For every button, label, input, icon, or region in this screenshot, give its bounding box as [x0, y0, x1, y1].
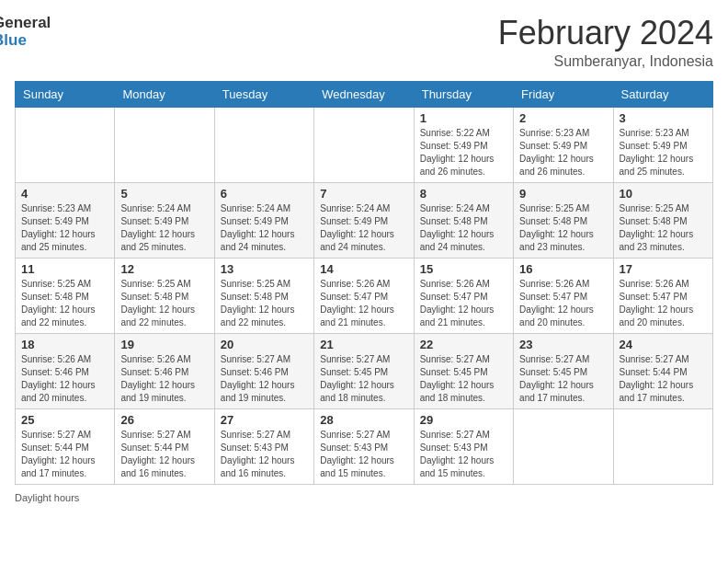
calendar-cell: 2Sunrise: 5:23 AM Sunset: 5:49 PM Daylig… [514, 107, 613, 182]
day-info: Sunrise: 5:25 AM Sunset: 5:48 PM Dayligh… [221, 278, 308, 329]
day-info: Sunrise: 5:24 AM Sunset: 5:49 PM Dayligh… [221, 202, 308, 254]
day-info: Sunrise: 5:25 AM Sunset: 5:48 PM Dayligh… [519, 202, 607, 254]
calendar-cell: 7Sunrise: 5:24 AM Sunset: 5:49 PM Daylig… [314, 182, 414, 258]
footer-note: Daylight hours [15, 492, 713, 503]
day-info: Sunrise: 5:26 AM Sunset: 5:46 PM Dayligh… [120, 353, 208, 405]
calendar-cell [16, 107, 115, 182]
week-row-3: 11Sunrise: 5:25 AM Sunset: 5:48 PM Dayli… [16, 258, 713, 333]
day-number: 19 [120, 338, 208, 351]
calendar-cell: 1Sunrise: 5:22 AM Sunset: 5:49 PM Daylig… [414, 107, 513, 182]
day-info: Sunrise: 5:27 AM Sunset: 5:45 PM Dayligh… [320, 353, 407, 405]
day-info: Sunrise: 5:27 AM Sunset: 5:46 PM Dayligh… [221, 353, 308, 405]
day-header-sunday: Sunday [16, 81, 115, 107]
day-info: Sunrise: 5:24 AM Sunset: 5:49 PM Dayligh… [320, 202, 407, 254]
day-info: Sunrise: 5:27 AM Sunset: 5:43 PM Dayligh… [420, 429, 507, 480]
day-header-thursday: Thursday [414, 81, 513, 107]
day-info: Sunrise: 5:23 AM Sunset: 5:49 PM Dayligh… [519, 127, 607, 178]
calendar-cell [514, 408, 613, 484]
day-info: Sunrise: 5:27 AM Sunset: 5:45 PM Dayligh… [519, 353, 607, 405]
day-number: 5 [120, 187, 208, 201]
calendar-cell: 9Sunrise: 5:25 AM Sunset: 5:48 PM Daylig… [514, 182, 613, 258]
calendar-body: 1Sunrise: 5:22 AM Sunset: 5:49 PM Daylig… [16, 107, 713, 484]
day-number: 26 [120, 413, 208, 427]
day-header-monday: Monday [115, 81, 214, 107]
day-header-friday: Friday [514, 81, 613, 107]
day-number: 4 [21, 187, 108, 201]
day-number: 2 [519, 111, 607, 125]
calendar-cell: 23Sunrise: 5:27 AM Sunset: 5:45 PM Dayli… [514, 333, 613, 408]
week-row-4: 18Sunrise: 5:26 AM Sunset: 5:46 PM Dayli… [16, 333, 713, 408]
calendar-cell [314, 107, 414, 182]
day-number: 3 [620, 111, 707, 125]
day-info: Sunrise: 5:26 AM Sunset: 5:47 PM Dayligh… [420, 278, 507, 329]
calendar-cell: 27Sunrise: 5:27 AM Sunset: 5:43 PM Dayli… [214, 408, 313, 484]
calendar-cell: 26Sunrise: 5:27 AM Sunset: 5:44 PM Dayli… [115, 408, 214, 484]
day-number: 25 [21, 413, 108, 427]
day-number: 16 [519, 262, 607, 276]
day-info: Sunrise: 5:25 AM Sunset: 5:48 PM Dayligh… [620, 202, 707, 254]
calendar-cell: 16Sunrise: 5:26 AM Sunset: 5:47 PM Dayli… [514, 258, 613, 333]
day-info: Sunrise: 5:23 AM Sunset: 5:49 PM Dayligh… [620, 127, 707, 178]
day-info: Sunrise: 5:26 AM Sunset: 5:47 PM Dayligh… [620, 278, 707, 329]
day-number: 6 [221, 187, 308, 201]
day-header-wednesday: Wednesday [314, 81, 414, 107]
day-info: Sunrise: 5:25 AM Sunset: 5:48 PM Dayligh… [21, 278, 108, 329]
day-info: Sunrise: 5:27 AM Sunset: 5:44 PM Dayligh… [120, 429, 208, 480]
calendar-cell: 10Sunrise: 5:25 AM Sunset: 5:48 PM Dayli… [613, 182, 712, 258]
calendar-cell: 6Sunrise: 5:24 AM Sunset: 5:49 PM Daylig… [214, 182, 313, 258]
calendar-cell: 3Sunrise: 5:23 AM Sunset: 5:49 PM Daylig… [613, 107, 712, 182]
day-number: 10 [620, 187, 707, 201]
week-row-2: 4Sunrise: 5:23 AM Sunset: 5:49 PM Daylig… [16, 182, 713, 258]
day-number: 17 [620, 262, 707, 276]
calendar-cell: 13Sunrise: 5:25 AM Sunset: 5:48 PM Dayli… [214, 258, 313, 333]
day-info: Sunrise: 5:26 AM Sunset: 5:47 PM Dayligh… [519, 278, 607, 329]
day-header-tuesday: Tuesday [214, 81, 313, 107]
calendar-cell: 18Sunrise: 5:26 AM Sunset: 5:46 PM Dayli… [16, 333, 115, 408]
day-number: 27 [221, 413, 308, 427]
day-number: 14 [320, 262, 407, 276]
calendar-cell: 19Sunrise: 5:26 AM Sunset: 5:46 PM Dayli… [115, 333, 214, 408]
logo-blue: Blue [0, 32, 51, 50]
day-info: Sunrise: 5:26 AM Sunset: 5:46 PM Dayligh… [21, 353, 108, 405]
day-number: 21 [320, 338, 407, 351]
day-info: Sunrise: 5:27 AM Sunset: 5:43 PM Dayligh… [221, 429, 308, 480]
day-info: Sunrise: 5:27 AM Sunset: 5:45 PM Dayligh… [420, 353, 507, 405]
calendar-cell: 20Sunrise: 5:27 AM Sunset: 5:46 PM Dayli… [214, 333, 313, 408]
calendar-cell: 8Sunrise: 5:24 AM Sunset: 5:48 PM Daylig… [414, 182, 513, 258]
calendar-cell: 28Sunrise: 5:27 AM Sunset: 5:43 PM Dayli… [314, 408, 414, 484]
calendar-cell: 24Sunrise: 5:27 AM Sunset: 5:44 PM Dayli… [613, 333, 712, 408]
day-number: 9 [519, 187, 607, 201]
day-info: Sunrise: 5:24 AM Sunset: 5:48 PM Dayligh… [420, 202, 507, 254]
week-row-1: 1Sunrise: 5:22 AM Sunset: 5:49 PM Daylig… [16, 107, 713, 182]
header: General Blue General Blue February 2024 … [15, 15, 713, 70]
calendar-cell: 4Sunrise: 5:23 AM Sunset: 5:49 PM Daylig… [16, 182, 115, 258]
day-info: Sunrise: 5:26 AM Sunset: 5:47 PM Dayligh… [320, 278, 407, 329]
days-header-row: SundayMondayTuesdayWednesdayThursdayFrid… [16, 81, 713, 107]
day-number: 29 [420, 413, 507, 427]
calendar-cell: 17Sunrise: 5:26 AM Sunset: 5:47 PM Dayli… [613, 258, 712, 333]
day-number: 12 [120, 262, 208, 276]
day-info: Sunrise: 5:23 AM Sunset: 5:49 PM Dayligh… [21, 202, 108, 254]
calendar-cell [214, 107, 313, 182]
day-number: 22 [420, 338, 507, 351]
day-number: 13 [221, 262, 308, 276]
day-info: Sunrise: 5:27 AM Sunset: 5:43 PM Dayligh… [320, 429, 407, 480]
calendar-cell: 14Sunrise: 5:26 AM Sunset: 5:47 PM Dayli… [314, 258, 414, 333]
calendar-cell [115, 107, 214, 182]
week-row-5: 25Sunrise: 5:27 AM Sunset: 5:44 PM Dayli… [16, 408, 713, 484]
day-number: 23 [519, 338, 607, 351]
calendar-cell: 29Sunrise: 5:27 AM Sunset: 5:43 PM Dayli… [414, 408, 513, 484]
day-number: 28 [320, 413, 407, 427]
calendar-cell [613, 408, 712, 484]
calendar-cell: 11Sunrise: 5:25 AM Sunset: 5:48 PM Dayli… [16, 258, 115, 333]
day-number: 8 [420, 187, 507, 201]
title-area: February 2024 Sumberanyar, Indonesia [498, 15, 713, 70]
day-info: Sunrise: 5:27 AM Sunset: 5:44 PM Dayligh… [21, 429, 108, 480]
day-info: Sunrise: 5:22 AM Sunset: 5:49 PM Dayligh… [420, 127, 507, 178]
day-header-saturday: Saturday [613, 81, 712, 107]
day-number: 18 [21, 338, 108, 351]
day-info: Sunrise: 5:27 AM Sunset: 5:44 PM Dayligh… [620, 353, 707, 405]
calendar-table: SundayMondayTuesdayWednesdayThursdayFrid… [15, 81, 713, 485]
day-number: 1 [420, 111, 507, 125]
calendar-cell: 5Sunrise: 5:24 AM Sunset: 5:49 PM Daylig… [115, 182, 214, 258]
